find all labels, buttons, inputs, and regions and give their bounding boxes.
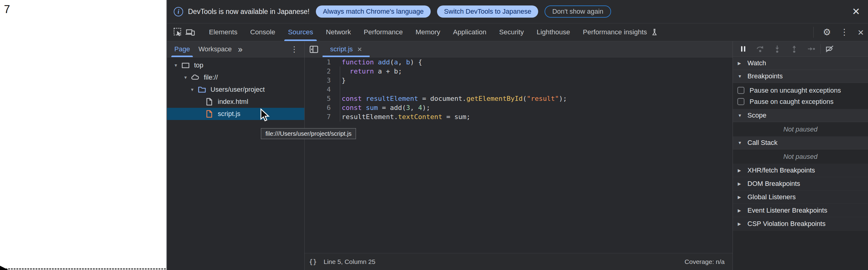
line-number: 3 [305, 77, 331, 84]
section-label: DOM Breakpoints [747, 180, 800, 188]
devtools-close-icon[interactable]: × [858, 27, 864, 37]
devtools-window: i DevTools is now available in Japanese!… [166, 0, 868, 270]
tab-label: Application [453, 28, 487, 36]
code-token: ); [422, 104, 430, 112]
tab-console[interactable]: Console [244, 23, 282, 41]
disclosure-triangle-icon[interactable]: ▼ [173, 63, 179, 68]
tab-network[interactable]: Network [319, 23, 358, 41]
code-token: ( [390, 58, 394, 66]
infobar-button-switch-devtools-to-japanese[interactable]: Switch DevTools to Japanese [437, 5, 538, 18]
section-event-listener-breakpoints[interactable]: ▶Event Listener Breakpoints [733, 204, 868, 217]
section-global-listeners[interactable]: ▶Global Listeners [733, 190, 868, 204]
tab-memory[interactable]: Memory [409, 23, 446, 41]
checkbox-icon[interactable] [737, 87, 744, 94]
code-token: ) { [410, 58, 422, 66]
not-paused-note: Not paused [733, 149, 868, 164]
section-csp-violation-breakpoints[interactable]: ▶CSP Violation Breakpoints [733, 217, 868, 231]
disclosure-triangle-icon: ▼ [738, 74, 747, 79]
tree-item-users-user-project[interactable]: ▼Users/user/project [167, 84, 304, 96]
deactivate-breakpoints-icon[interactable] [821, 44, 838, 53]
tab-performance[interactable]: Performance [357, 23, 409, 41]
tree-item-top[interactable]: ▼top [167, 59, 304, 71]
tree-item-label: Users/user/project [211, 86, 265, 94]
checkbox-row-pause-on-uncaught-exceptions[interactable]: Pause on uncaught exceptions [733, 85, 868, 96]
editor-tab-label: script.js [330, 45, 353, 53]
code-token: = add( [378, 104, 406, 112]
tab-label: Performance [364, 28, 403, 36]
disclosure-triangle-icon[interactable]: ▼ [189, 87, 195, 92]
infobar-button-always-match-chrome-s-language[interactable]: Always match Chrome's language [316, 5, 431, 18]
tab-security[interactable]: Security [493, 23, 530, 41]
line-content: resultElement.textContent = sum; [331, 113, 470, 121]
panel-tabs: ElementsConsoleSourcesNetworkPerformance… [203, 23, 665, 41]
info-icon: i [174, 7, 183, 17]
tab-label: Performance insights [583, 28, 647, 36]
file-orange-icon [205, 109, 214, 118]
navigator-tab-workspace[interactable]: Workspace [195, 41, 235, 57]
toolbar-divider [813, 27, 814, 38]
section-scope[interactable]: ▼Scope [733, 109, 868, 122]
tab-label: Security [499, 28, 524, 36]
section-watch[interactable]: ▶Watch [733, 57, 868, 70]
more-options-kebab-icon[interactable]: ⋮ [840, 28, 848, 36]
settings-gear-icon[interactable]: ⚙ [823, 28, 831, 37]
disclosure-triangle-icon[interactable]: ▼ [182, 75, 189, 80]
disclosure-triangle-icon: ▶ [738, 181, 747, 186]
tab-performance-insights[interactable]: Performance insights [577, 23, 665, 41]
navigator-kebab-icon[interactable]: ⋮ [290, 45, 298, 53]
tab-application[interactable]: Application [447, 23, 493, 41]
mouse-cursor [260, 109, 271, 122]
infobar-close-icon[interactable]: ✕ [852, 7, 860, 17]
tab-sources[interactable]: Sources [282, 23, 319, 41]
step-over-icon[interactable] [752, 44, 769, 53]
code-line: 1function add(a, b) { [305, 57, 733, 66]
device-toolbar-icon[interactable] [184, 27, 196, 37]
tab-label: Console [250, 28, 276, 36]
section-breakpoints[interactable]: ▼Breakpoints [733, 70, 868, 83]
code-line: 5const resultElement = document.getEleme… [305, 94, 733, 103]
line-number: 4 [305, 86, 331, 93]
code-token: } [342, 77, 346, 84]
tab-elements[interactable]: Elements [203, 23, 244, 41]
toolbar-right-icons: ⚙ ⋮ × [813, 23, 864, 41]
step-out-icon[interactable] [786, 44, 803, 53]
section-dom-breakpoints[interactable]: ▶DOM Breakpoints [733, 177, 868, 190]
section-xhr-fetch-breakpoints[interactable]: ▶XHR/fetch Breakpoints [733, 164, 868, 177]
toolbar-left-icons [167, 23, 203, 41]
debugger-sections: ▶Watch▼BreakpointsPause on uncaught exce… [733, 57, 868, 231]
editor-tab-scriptjs[interactable]: script.js × [322, 41, 370, 57]
tree-item-index.html[interactable]: index.html [167, 96, 304, 108]
infobar-message: DevTools is now available in Japanese! [188, 8, 309, 16]
inspect-element-icon[interactable] [172, 27, 184, 37]
code-token: return [350, 67, 374, 75]
step-icon[interactable] [803, 45, 820, 53]
checkbox-icon[interactable] [737, 98, 744, 105]
line-number: 5 [305, 95, 331, 102]
code-editor[interactable]: 1function add(a, b) {2 return a + b;3}45… [305, 57, 733, 253]
section-label: XHR/fetch Breakpoints [747, 167, 815, 174]
tree-item-file-[interactable]: ▼file:// [167, 71, 304, 84]
pretty-print-braces-icon[interactable]: {} [309, 258, 317, 265]
line-content: } [331, 77, 346, 84]
tree-item-label: top [194, 61, 204, 69]
checkbox-row-pause-on-caught-exceptions[interactable]: Pause on caught exceptions [733, 96, 868, 107]
code-token: ( [523, 95, 527, 102]
code-token: "result" [527, 95, 559, 102]
tab-lighthouse[interactable]: Lighthouse [530, 23, 577, 41]
line-number: 6 [305, 104, 331, 112]
step-into-icon[interactable] [769, 44, 786, 53]
tree-item-script.js[interactable]: script.js [167, 108, 304, 120]
navigator-tab-page[interactable]: Page [171, 41, 193, 57]
section-call-stack[interactable]: ▼Call Stack [733, 137, 868, 149]
devtools-toolbar: ElementsConsoleSourcesNetworkPerformance… [167, 23, 868, 41]
code-line: 3} [305, 76, 733, 85]
infobar-button-don-t-show-again[interactable]: Don't show again [545, 5, 611, 18]
checkbox-label: Pause on uncaught exceptions [749, 87, 841, 94]
disclosure-triangle-icon: ▼ [738, 140, 747, 145]
more-tabs-icon[interactable]: ›› [238, 44, 242, 54]
toggle-navigator-icon[interactable] [305, 41, 322, 57]
file-tree: ▼top▼file://▼Users/user/projectindex.htm… [167, 57, 304, 120]
editor-tab-close-icon[interactable]: × [358, 45, 362, 53]
devtools-infobar: i DevTools is now available in Japanese!… [167, 0, 868, 23]
pause-script-icon[interactable] [735, 45, 752, 53]
